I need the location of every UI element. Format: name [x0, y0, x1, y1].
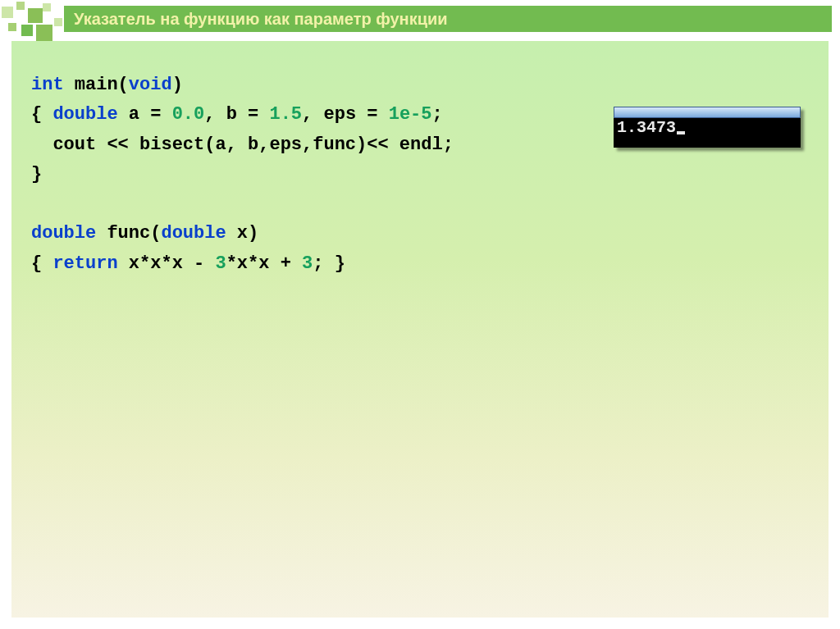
code-block: int main(void) { double a = 0.0, b = 1.5… [31, 71, 809, 279]
code-token: int [31, 75, 64, 95]
code-token: , b = [204, 104, 269, 125]
code-token: *x*x + [226, 253, 302, 274]
code-token: 1.5 [269, 104, 302, 125]
code-token: 3 [215, 253, 226, 274]
code-token: x) [226, 223, 259, 244]
corner-decoration [0, 0, 74, 39]
code-token: x*x*x - [118, 253, 216, 274]
code-token: double [52, 104, 117, 125]
console-output-area: 1.3473 [614, 118, 801, 148]
code-token: ) [172, 75, 183, 95]
code-token: double [31, 223, 96, 244]
code-token: { [31, 104, 52, 125]
console-titlebar [614, 107, 801, 118]
code-token: func( [96, 223, 161, 244]
slide: Указатель на функцию как параметр функци… [0, 0, 840, 629]
slide-title: Указатель на функцию как параметр функци… [74, 10, 448, 29]
code-token: ; [432, 104, 443, 125]
code-token: a = [118, 104, 172, 125]
code-token: void [129, 75, 172, 95]
cursor-icon [677, 131, 685, 134]
code-token: return [52, 253, 117, 274]
code-token: main( [64, 75, 129, 95]
title-bar: Указатель на функцию как параметр функци… [64, 6, 832, 32]
console-output: 1.3473 [617, 120, 676, 136]
code-token: double [161, 223, 226, 244]
code-token: ; } [313, 253, 345, 274]
code-token: 1e-5 [389, 104, 432, 125]
code-token: 3 [302, 253, 313, 274]
console-window: 1.3473 [614, 107, 801, 148]
code-token: { [31, 253, 52, 274]
code-token: 0.0 [172, 104, 205, 125]
code-token: , eps = [302, 104, 389, 125]
code-token: } [31, 164, 42, 185]
code-token: cout << bisect(a, b,eps,func)<< endl; [31, 134, 454, 155]
